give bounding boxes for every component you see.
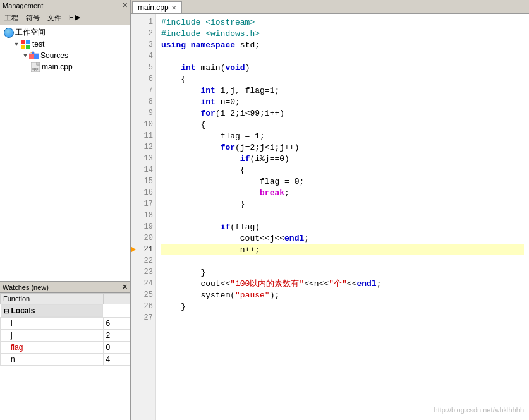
management-close-button[interactable]: ✕ bbox=[122, 1, 128, 9]
tree-main-cpp[interactable]: cpp main.cpp bbox=[1, 61, 129, 73]
locals-label: Locals bbox=[11, 306, 35, 315]
svg-rect-1 bbox=[26, 40, 30, 44]
code-line-3: using namespace std; bbox=[161, 39, 524, 51]
ln-13: 13 bbox=[131, 153, 155, 164]
svg-rect-5 bbox=[34, 54, 39, 59]
management-toolbar: 工程 符号 文件 F ▶ bbox=[0, 11, 130, 25]
var-i-row: i 6 bbox=[1, 318, 130, 330]
ln-25: 25 bbox=[131, 289, 155, 301]
project-icon bbox=[20, 39, 30, 49]
ln-24: 24 bbox=[131, 278, 155, 289]
ln-1: 1 bbox=[131, 16, 155, 28]
code-line-10: { bbox=[161, 119, 524, 130]
var-i-value: 6 bbox=[106, 319, 111, 328]
code-line-7: int i,j, flag=1; bbox=[161, 85, 524, 96]
sources-icon bbox=[29, 51, 39, 61]
code-line-4 bbox=[161, 51, 524, 62]
ln-7: 7 bbox=[131, 85, 155, 96]
ln-12: 12 bbox=[131, 141, 155, 153]
code-line-2: #include <windows.h> bbox=[161, 28, 524, 39]
ln-15: 15 bbox=[131, 176, 155, 187]
code-line-17: } bbox=[161, 198, 524, 210]
ln-19: 19 bbox=[131, 221, 155, 232]
tab-bar: main.cpp ✕ bbox=[131, 0, 529, 14]
code-line-9: for(i=2;i<99;i++) bbox=[161, 107, 524, 119]
ln-4: 4 bbox=[131, 51, 155, 62]
ln-2: 2 bbox=[131, 28, 155, 39]
management-title: Management bbox=[3, 2, 43, 9]
watches-col-value bbox=[103, 294, 130, 304]
var-i-name: i bbox=[11, 319, 13, 328]
watches-title: Watches (new) bbox=[3, 284, 49, 291]
project-tree: 工作空间 ▼ test bbox=[0, 25, 130, 281]
watches-panel: Watches (new) ✕ Function bbox=[0, 281, 130, 420]
var-j-row: j 2 bbox=[1, 330, 130, 342]
tree-sources[interactable]: ▼ Sources bbox=[1, 50, 129, 61]
locals-expand[interactable]: ⊟ bbox=[4, 308, 9, 315]
ln-22: 22 bbox=[131, 255, 155, 267]
ln-16: 16 bbox=[131, 187, 155, 198]
ln-8: 8 bbox=[131, 96, 155, 107]
ln-18: 18 bbox=[131, 210, 155, 221]
var-flag-name: flag bbox=[11, 343, 23, 352]
sources-label: Sources bbox=[40, 51, 68, 60]
watches-table: Function ⊟ Locals bbox=[0, 293, 130, 420]
editor-panel: main.cpp ✕ 1 2 3 4 5 − 6 7 8 bbox=[131, 0, 529, 420]
ln-20: 20 bbox=[131, 232, 155, 244]
ln-10: − 10 bbox=[131, 119, 155, 130]
tab-close-button[interactable]: ✕ bbox=[171, 4, 176, 11]
svg-rect-2 bbox=[21, 45, 25, 49]
var-j-value: 2 bbox=[106, 331, 111, 340]
code-line-11: flag = 1; bbox=[161, 130, 524, 141]
code-line-24: cout<<"100以内的素数有"<<n<<"个"<<endl; bbox=[161, 278, 524, 289]
tab-main-cpp[interactable]: main.cpp ✕ bbox=[132, 1, 182, 13]
watches-header: Watches (new) ✕ bbox=[0, 282, 130, 293]
tab-label: main.cpp bbox=[138, 3, 169, 12]
code-line-12: for(j=2;j<i;j++) bbox=[161, 141, 524, 153]
code-line-18 bbox=[161, 210, 524, 221]
tree-project[interactable]: ▼ test bbox=[1, 39, 129, 50]
ln-17: 17 bbox=[131, 198, 155, 210]
toolbar-symbol-tab[interactable]: 符号 bbox=[24, 13, 42, 23]
toolbar-f-tab[interactable]: F ▶ bbox=[67, 13, 82, 23]
svg-rect-3 bbox=[26, 45, 30, 49]
expand-arrow-project: ▼ bbox=[13, 40, 20, 48]
code-line-20: cout<<j<<endl; bbox=[161, 232, 524, 244]
ln-3: 3 bbox=[131, 39, 155, 51]
project-label: test bbox=[32, 40, 44, 49]
code-line-1: #include <iostream> bbox=[161, 16, 524, 28]
var-n-value: 4 bbox=[106, 355, 111, 364]
ln-11: 11 bbox=[131, 130, 155, 141]
var-n-row: n 4 bbox=[1, 354, 130, 366]
code-line-22 bbox=[161, 255, 524, 267]
var-n-name: n bbox=[11, 355, 15, 364]
code-line-21: n++; bbox=[161, 244, 524, 255]
ln-5: 5 bbox=[131, 62, 155, 73]
code-line-6: { bbox=[161, 73, 524, 85]
tree-workspace[interactable]: 工作空间 bbox=[1, 27, 129, 39]
code-line-27 bbox=[161, 312, 524, 323]
debug-arrow bbox=[131, 246, 136, 253]
code-line-15: flag = 0; bbox=[161, 176, 524, 187]
svg-rect-4 bbox=[29, 54, 34, 59]
workspace-label: 工作空间 bbox=[15, 27, 46, 38]
watches-close-button[interactable]: ✕ bbox=[122, 283, 128, 291]
ln-21: 21 bbox=[131, 244, 155, 255]
watermark: http://blog.csdn.net/whklhhhh bbox=[434, 405, 524, 415]
code-line-23: } bbox=[161, 267, 524, 278]
code-line-16: break; bbox=[161, 187, 524, 198]
line-numbers: 1 2 3 4 5 − 6 7 8 9 − 10 11 bbox=[131, 14, 156, 420]
code-area[interactable]: 1 2 3 4 5 − 6 7 8 9 − 10 11 bbox=[131, 14, 529, 420]
cpp-file-icon: cpp bbox=[30, 62, 40, 72]
toolbar-file-tab[interactable]: 文件 bbox=[46, 13, 63, 23]
toolbar-project-tab[interactable]: 工程 bbox=[3, 13, 20, 23]
expand-arrow-sources: ▼ bbox=[21, 52, 29, 59]
code-line-14: { bbox=[161, 164, 524, 176]
svg-rect-0 bbox=[21, 40, 25, 44]
code-content[interactable]: #include <iostream> #include <windows.h>… bbox=[156, 14, 529, 420]
ln-14: − 14 bbox=[131, 164, 155, 176]
ln-9: 9 bbox=[131, 107, 155, 119]
code-line-5: int main(void) bbox=[161, 62, 524, 73]
var-flag-row: flag 0 bbox=[1, 342, 130, 354]
svg-rect-7 bbox=[37, 62, 40, 65]
